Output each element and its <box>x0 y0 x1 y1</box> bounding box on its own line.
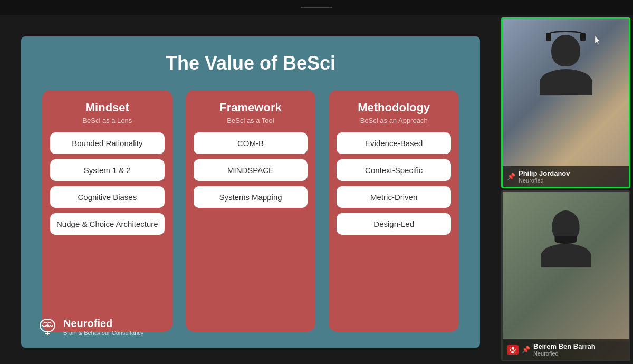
muted-mic-icon <box>507 345 519 355</box>
name-bar-philip: 📌 Philip Jordanov Neurofied <box>503 166 629 187</box>
video-background-philip <box>503 19 629 187</box>
participant-name-beirem: Beirem Ben Barrah <box>533 342 596 350</box>
top-bar-handle <box>301 7 332 8</box>
card-bounded-rationality: Bounded Rationality <box>50 132 165 154</box>
card-context-specific: Context-Specific <box>337 159 451 181</box>
mindset-subtitle: BeSci as a Lens <box>82 117 132 124</box>
slide: The Value of BeSci Mindset BeSci as a Le… <box>21 36 480 348</box>
participant-org-philip: Neurofied <box>519 177 570 184</box>
columns-container: Mindset BeSci as a Lens Bounded Rational… <box>42 90 459 332</box>
framework-column: Framework BeSci as a Tool COM-B MINDSPAC… <box>186 90 316 332</box>
framework-title: Framework <box>219 101 281 114</box>
presentation-area: The Value of BeSci Mindset BeSci as a Le… <box>0 15 501 364</box>
mindset-title: Mindset <box>85 101 129 114</box>
card-nudge-choice: Nudge & Choice Architecture <box>50 213 165 235</box>
card-metric-driven: Metric-Driven <box>337 186 451 208</box>
pin-icon-beirem: 📌 <box>522 346 530 353</box>
participant-name-philip: Philip Jordanov <box>519 169 570 177</box>
card-design-led: Design-Led <box>337 213 451 235</box>
card-systems-mapping: Systems Mapping <box>194 186 308 208</box>
logo-name: Neurofied <box>63 318 143 330</box>
methodology-subtitle: BeSci as an Approach <box>360 117 428 124</box>
logo-tagline: Brain & Behaviour Consultancy <box>63 330 143 336</box>
name-bar-beirem: 📌 Beirem Ben Barrah Neurofied <box>503 339 629 360</box>
methodology-column: Methodology BeSci as an Approach Evidenc… <box>329 90 459 332</box>
participant-info-philip: Philip Jordanov Neurofied <box>519 169 570 184</box>
pin-icon-philip: 📌 <box>507 173 515 180</box>
framework-subtitle: BeSci as a Tool <box>227 117 274 124</box>
card-com-b: COM-B <box>194 132 308 154</box>
slide-title: The Value of BeSci <box>166 52 335 74</box>
svg-point-3 <box>46 324 49 327</box>
card-cognitive-biases: Cognitive Biases <box>50 186 165 208</box>
participant-org-beirem: Neurofied <box>533 350 596 357</box>
methodology-title: Methodology <box>358 101 430 114</box>
card-system-1-2: System 1 & 2 <box>50 159 165 181</box>
cursor <box>595 36 601 45</box>
participants-sidebar: 📌 Philip Jordanov Neurofied <box>501 15 633 364</box>
card-mindspace: MINDSPACE <box>194 159 308 181</box>
mindset-column: Mindset BeSci as a Lens Bounded Rational… <box>42 90 172 332</box>
participant-info-beirem: Beirem Ben Barrah Neurofied <box>533 342 596 357</box>
logo-text: Neurofied Brain & Behaviour Consultancy <box>63 318 143 336</box>
logo-area: Neurofied Brain & Behaviour Consultancy <box>37 316 143 337</box>
video-background-beirem <box>503 192 629 360</box>
card-evidence-based: Evidence-Based <box>337 132 451 154</box>
neurofied-logo-icon <box>37 316 58 337</box>
participant-video-philip[interactable]: 📌 Philip Jordanov Neurofied <box>501 17 630 188</box>
participant-video-beirem[interactable]: 📌 Beirem Ben Barrah Neurofied <box>501 190 630 361</box>
